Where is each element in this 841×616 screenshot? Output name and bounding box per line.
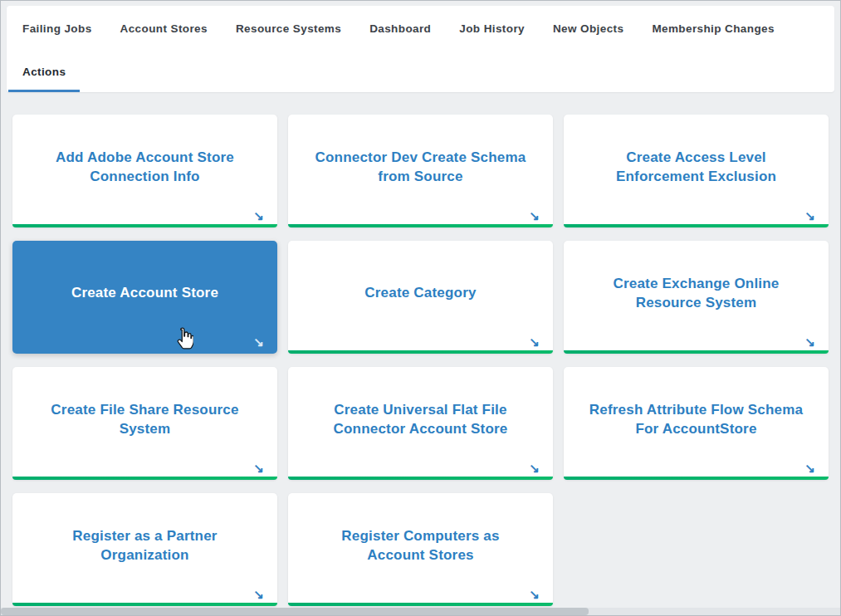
- diagonal-arrow-icon: ↘: [253, 588, 264, 600]
- tab-new-objects[interactable]: New Objects: [539, 6, 638, 53]
- card-bottom-accent: [288, 224, 553, 227]
- card-bottom-accent: [12, 477, 277, 480]
- card-bottom-accent: [288, 603, 553, 606]
- action-card-create-access-level-enforcement-exclusion[interactable]: Create Access Level Enforcement Exclusio…: [564, 115, 829, 227]
- action-card-label: Create Exchange Online Resource System: [589, 274, 804, 313]
- diagonal-arrow-icon: ↘: [529, 209, 540, 222]
- card-bottom-accent: [288, 477, 553, 480]
- actions-grid: Add Adobe Account Store Connection Info↘…: [12, 115, 829, 606]
- action-card-label: Create Access Level Enforcement Exclusio…: [589, 148, 804, 187]
- action-card-label: Add Adobe Account Store Connection Info: [37, 148, 252, 187]
- diagonal-arrow-icon: ↘: [804, 209, 815, 222]
- action-card-label: Create Category: [364, 283, 476, 302]
- diagonal-arrow-icon: ↘: [529, 335, 540, 348]
- tab-actions[interactable]: Actions: [8, 53, 80, 92]
- action-card-create-category[interactable]: Create Category↘: [288, 241, 553, 354]
- diagonal-arrow-icon: ↘: [529, 462, 540, 474]
- action-card-label: Connector Dev Create Schema from Source: [313, 148, 528, 187]
- action-card-label: Refresh Attribute Flow Schema For Accoun…: [589, 400, 804, 439]
- action-card-label: Create Account Store: [71, 283, 218, 302]
- top-navigation: Failing JobsAccount StoresResource Syste…: [7, 6, 834, 92]
- horizontal-scrollbar[interactable]: [1, 608, 840, 615]
- card-bottom-accent: [12, 224, 277, 227]
- action-card-label: Create File Share Resource System: [37, 400, 252, 439]
- action-card-refresh-attribute-flow-schema-for-accountstore[interactable]: Refresh Attribute Flow Schema For Accoun…: [564, 367, 829, 480]
- action-card-create-file-share-resource-system[interactable]: Create File Share Resource System↘: [12, 367, 277, 480]
- tab-membership-changes[interactable]: Membership Changes: [638, 6, 788, 53]
- nav-row-2: Actions: [8, 53, 833, 92]
- action-card-label: Register Computers as Account Stores: [313, 526, 528, 565]
- tab-failing-jobs[interactable]: Failing Jobs: [8, 6, 106, 53]
- diagonal-arrow-icon: ↘: [804, 462, 815, 474]
- action-card-create-account-store[interactable]: Create Account Store↘: [12, 241, 277, 354]
- action-card-connector-dev-create-schema-from-source[interactable]: Connector Dev Create Schema from Source↘: [288, 115, 553, 227]
- diagonal-arrow-icon: ↘: [253, 462, 264, 474]
- action-card-create-universal-flat-file-connector-account-store[interactable]: Create Universal Flat File Connector Acc…: [288, 367, 553, 480]
- nav-row-1: Failing JobsAccount StoresResource Syste…: [8, 6, 833, 53]
- scrollbar-thumb[interactable]: [1, 608, 589, 615]
- action-card-register-as-a-partner-organization[interactable]: Register as a Partner Organization↘: [12, 493, 277, 606]
- card-bottom-accent: [564, 477, 829, 480]
- action-card-label: Register as a Partner Organization: [37, 526, 252, 565]
- action-card-label: Create Universal Flat File Connector Acc…: [313, 400, 528, 439]
- card-bottom-accent: [12, 603, 277, 606]
- action-card-add-adobe-account-store-connection-info[interactable]: Add Adobe Account Store Connection Info↘: [12, 115, 277, 227]
- diagonal-arrow-icon: ↘: [253, 209, 264, 222]
- diagonal-arrow-icon: ↘: [529, 588, 540, 600]
- action-card-register-computers-as-account-stores[interactable]: Register Computers as Account Stores↘: [288, 493, 553, 606]
- tab-resource-systems[interactable]: Resource Systems: [222, 6, 355, 53]
- card-bottom-accent: [564, 224, 829, 227]
- tab-dashboard[interactable]: Dashboard: [355, 6, 445, 53]
- tab-job-history[interactable]: Job History: [445, 6, 539, 53]
- action-card-create-exchange-online-resource-system[interactable]: Create Exchange Online Resource System↘: [564, 241, 829, 354]
- tab-account-stores[interactable]: Account Stores: [106, 6, 222, 53]
- card-bottom-accent: [288, 350, 553, 354]
- diagonal-arrow-icon: ↘: [253, 335, 264, 348]
- diagonal-arrow-icon: ↘: [804, 335, 815, 348]
- card-bottom-accent: [564, 350, 829, 354]
